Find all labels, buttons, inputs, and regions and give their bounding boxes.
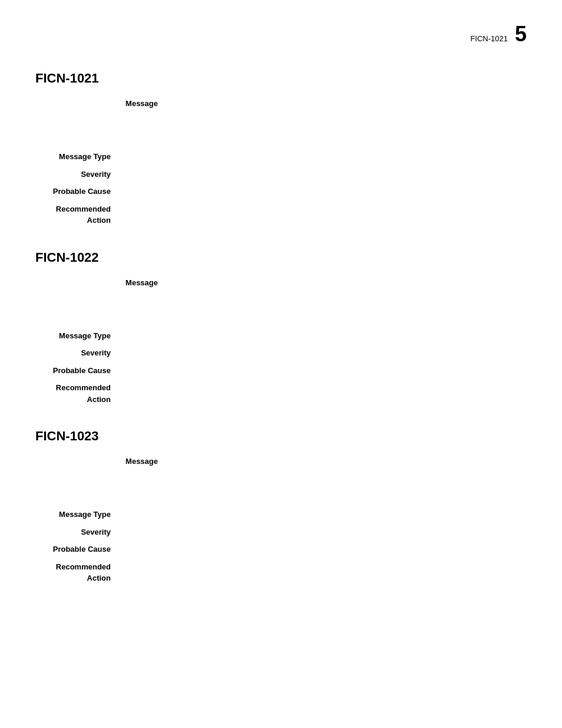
ficn-1021-field-1: Severity xyxy=(35,169,527,180)
ficn-1023-field-label-3: RecommendedAction xyxy=(35,561,118,584)
ficn-1022-message-value xyxy=(165,277,527,312)
ficn-1023-title: FICN-1023 xyxy=(35,429,527,444)
ficn-1022-field-label-3: RecommendedAction xyxy=(35,382,118,405)
section-ficn-1021: FICN-1021MessageMessage TypeSeverityProb… xyxy=(35,71,527,226)
ficn-1021-message-label: Message xyxy=(82,98,165,110)
ficn-1022-field-label-0: Message Type xyxy=(35,330,118,342)
ficn-1021-field-0: Message Type xyxy=(35,151,527,163)
ficn-1022-field-label-1: Severity xyxy=(35,347,118,359)
ficn-1023-field-3: RecommendedAction xyxy=(35,561,527,584)
ficn-1022-message-row: Message xyxy=(82,277,527,312)
ficn-1021-field-2: Probable Cause xyxy=(35,186,527,197)
ficn-1023-field-1: Severity xyxy=(35,526,527,538)
ficn-1023-field-0: Message Type xyxy=(35,509,527,521)
ficn-1021-title: FICN-1021 xyxy=(35,71,527,86)
ficn-1023-field-label-1: Severity xyxy=(35,526,118,538)
ficn-1022-field-2: Probable Cause xyxy=(35,365,527,377)
ficn-1022-field-0: Message Type xyxy=(35,330,527,342)
ficn-1022-field-1: Severity xyxy=(35,347,527,359)
ficn-1023-message-value xyxy=(165,456,527,491)
page-header-label: FICN-1021 xyxy=(470,34,508,43)
ficn-1021-message-row: Message xyxy=(82,98,527,133)
ficn-1021-field-label-1: Severity xyxy=(35,169,118,180)
ficn-1023-field-label-0: Message Type xyxy=(35,509,118,521)
ficn-1023-field-label-2: Probable Cause xyxy=(35,543,118,555)
ficn-1021-field-label-3: RecommendedAction xyxy=(35,203,118,226)
ficn-1022-title: FICN-1022 xyxy=(35,250,527,265)
main-content: FICN-1021MessageMessage TypeSeverityProb… xyxy=(35,71,527,584)
ficn-1021-field-3: RecommendedAction xyxy=(35,203,527,226)
ficn-1021-field-label-0: Message Type xyxy=(35,151,118,163)
ficn-1023-field-2: Probable Cause xyxy=(35,543,527,555)
section-ficn-1022: FICN-1022MessageMessage TypeSeverityProb… xyxy=(35,250,527,406)
ficn-1021-message-value xyxy=(165,98,527,133)
ficn-1021-field-label-2: Probable Cause xyxy=(35,186,118,197)
ficn-1022-message-label: Message xyxy=(82,277,165,289)
page-header: FICN-1021 5 xyxy=(470,24,527,45)
page-header-number: 5 xyxy=(515,24,527,45)
ficn-1022-field-label-2: Probable Cause xyxy=(35,365,118,377)
ficn-1022-field-3: RecommendedAction xyxy=(35,382,527,405)
ficn-1023-message-row: Message xyxy=(82,456,527,491)
section-ficn-1023: FICN-1023MessageMessage TypeSeverityProb… xyxy=(35,429,527,584)
ficn-1023-message-label: Message xyxy=(82,456,165,467)
